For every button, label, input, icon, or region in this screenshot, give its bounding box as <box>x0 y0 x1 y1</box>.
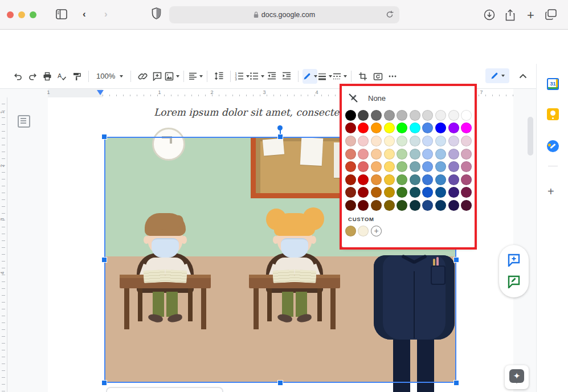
forward-button[interactable]: › <box>104 9 108 20</box>
color-swatch[interactable] <box>410 110 420 121</box>
color-swatch[interactable] <box>371 161 382 172</box>
back-button[interactable]: ‹ <box>83 9 86 20</box>
color-swatch[interactable] <box>371 174 382 185</box>
color-swatch[interactable] <box>371 136 382 146</box>
color-swatch[interactable] <box>435 161 446 172</box>
color-swatch[interactable] <box>461 161 472 172</box>
reload-icon[interactable] <box>386 10 394 19</box>
color-swatch[interactable] <box>358 110 369 121</box>
color-swatch[interactable] <box>410 149 420 160</box>
spellcheck-button[interactable]: A <box>55 69 70 84</box>
color-swatch[interactable] <box>384 200 395 211</box>
color-swatch[interactable] <box>345 136 356 146</box>
vertical-scrollbar[interactable] <box>528 117 533 156</box>
align-button[interactable] <box>188 69 203 84</box>
color-swatch[interactable] <box>358 122 369 133</box>
color-swatch[interactable] <box>448 149 459 160</box>
redo-button[interactable] <box>25 69 40 84</box>
resize-handle-e[interactable] <box>453 257 459 263</box>
resize-handle-n[interactable] <box>277 134 283 140</box>
sidebar-toggle-icon[interactable] <box>56 9 67 19</box>
resize-handle-w[interactable] <box>101 257 107 263</box>
color-swatch[interactable] <box>435 136 446 146</box>
color-swatch[interactable] <box>345 161 356 172</box>
add-comment-float-button[interactable] <box>507 253 521 267</box>
color-swatch[interactable] <box>422 187 433 198</box>
color-swatch[interactable] <box>358 136 369 146</box>
google-tasks-icon[interactable] <box>547 140 559 152</box>
rotation-handle[interactable] <box>277 125 283 130</box>
increase-indent-button[interactable] <box>279 69 294 84</box>
more-options-button[interactable] <box>385 69 400 84</box>
google-calendar-icon[interactable]: 31 <box>547 78 559 90</box>
color-swatch[interactable] <box>371 187 382 198</box>
document-outline-icon[interactable] <box>18 115 30 128</box>
color-swatch[interactable] <box>345 122 356 133</box>
get-addons-icon[interactable]: + <box>547 185 554 198</box>
color-swatch[interactable] <box>345 174 356 185</box>
hide-menus-button[interactable] <box>516 68 530 83</box>
add-custom-color-button[interactable]: + <box>371 226 382 236</box>
color-swatch[interactable] <box>384 174 395 185</box>
address-bar[interactable]: docs.google.com <box>169 6 399 23</box>
color-swatch[interactable] <box>397 187 407 198</box>
color-swatch[interactable] <box>422 110 433 121</box>
add-comment-button[interactable] <box>150 69 165 84</box>
suggest-edits-float-button[interactable] <box>507 275 521 288</box>
color-swatch[interactable] <box>422 136 433 146</box>
color-swatch[interactable] <box>422 174 433 185</box>
bulleted-list-button[interactable] <box>250 69 264 84</box>
border-color-button[interactable] <box>303 69 317 84</box>
color-swatch[interactable] <box>435 149 446 160</box>
resize-handle-se[interactable] <box>453 380 459 386</box>
decrease-indent-button[interactable] <box>264 69 279 84</box>
color-swatch[interactable] <box>461 122 472 133</box>
color-none-option[interactable]: None <box>348 91 469 105</box>
custom-color-swatch[interactable] <box>345 226 356 236</box>
new-tab-icon[interactable]: + <box>527 8 534 23</box>
color-swatch[interactable] <box>448 187 459 198</box>
color-swatch[interactable] <box>448 174 459 185</box>
crop-image-button[interactable] <box>355 69 370 84</box>
google-keep-icon[interactable] <box>547 108 559 120</box>
color-swatch[interactable] <box>422 200 433 211</box>
color-swatch[interactable] <box>410 122 420 133</box>
explore-button[interactable]: ✦ <box>505 365 529 389</box>
downloads-icon[interactable] <box>484 9 495 21</box>
color-swatch[interactable] <box>422 161 433 172</box>
privacy-shield-icon[interactable] <box>152 7 161 19</box>
color-swatch[interactable] <box>345 200 356 211</box>
color-swatch[interactable] <box>461 174 472 185</box>
minimize-window-button[interactable] <box>18 11 25 18</box>
color-swatch[interactable] <box>397 161 407 172</box>
line-spacing-button[interactable] <box>211 69 226 84</box>
color-swatch[interactable] <box>358 174 369 185</box>
color-swatch[interactable] <box>410 200 420 211</box>
color-swatch[interactable] <box>435 187 446 198</box>
color-swatch[interactable] <box>461 187 472 198</box>
color-swatch[interactable] <box>384 161 395 172</box>
color-swatch[interactable] <box>358 187 369 198</box>
print-button[interactable] <box>40 69 55 84</box>
color-swatch[interactable] <box>435 200 446 211</box>
color-swatch[interactable] <box>410 187 420 198</box>
color-swatch[interactable] <box>371 149 382 160</box>
color-swatch[interactable] <box>397 136 407 146</box>
color-swatch[interactable] <box>345 187 356 198</box>
color-swatch[interactable] <box>410 161 420 172</box>
color-swatch[interactable] <box>461 149 472 160</box>
custom-color-swatch[interactable] <box>358 226 369 236</box>
color-swatch[interactable] <box>397 122 407 133</box>
color-swatch[interactable] <box>397 110 407 121</box>
border-weight-button[interactable] <box>317 69 332 84</box>
resize-handle-sw[interactable] <box>101 380 107 386</box>
color-swatch[interactable] <box>448 122 459 133</box>
editing-mode-button[interactable] <box>485 68 509 83</box>
color-swatch[interactable] <box>358 149 369 160</box>
vertical-ruler[interactable]: 1234 <box>0 97 7 392</box>
color-swatch[interactable] <box>384 187 395 198</box>
color-swatch[interactable] <box>371 110 382 121</box>
color-swatch[interactable] <box>410 136 420 146</box>
color-swatch[interactable] <box>461 200 472 211</box>
color-swatch[interactable] <box>384 149 395 160</box>
